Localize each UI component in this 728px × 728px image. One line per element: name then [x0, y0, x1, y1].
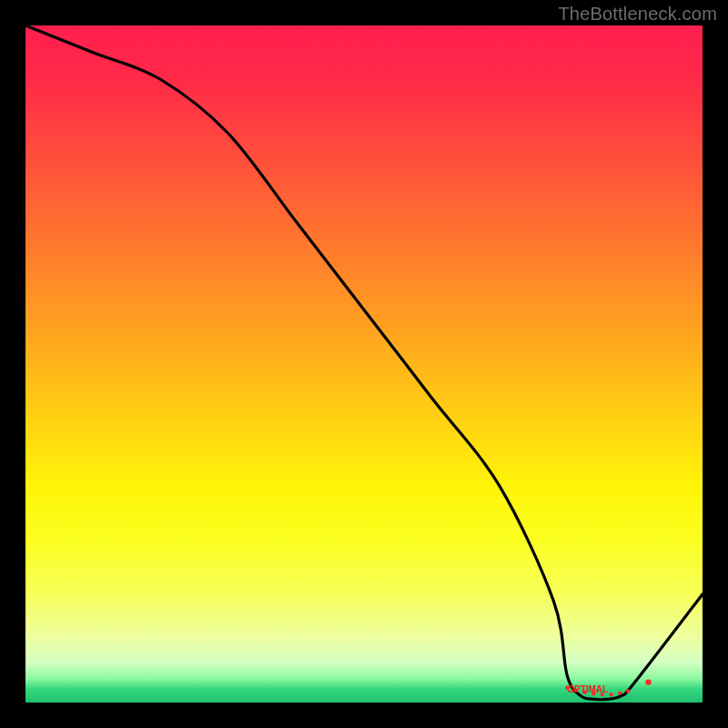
optimal-point	[618, 691, 622, 694]
chart-svg: OPTIMAL	[25, 25, 703, 703]
plot-area: OPTIMAL	[25, 25, 703, 703]
watermark-text: TheBottleneck.com	[558, 4, 717, 25]
optimal-point	[626, 689, 630, 693]
optimal-label: OPTIMAL	[567, 684, 608, 694]
optimal-point	[645, 680, 651, 685]
chart-stage: TheBottleneck.com OPTIMAL	[0, 0, 728, 728]
optimal-point	[609, 693, 612, 696]
bottleneck-curve	[25, 25, 703, 700]
